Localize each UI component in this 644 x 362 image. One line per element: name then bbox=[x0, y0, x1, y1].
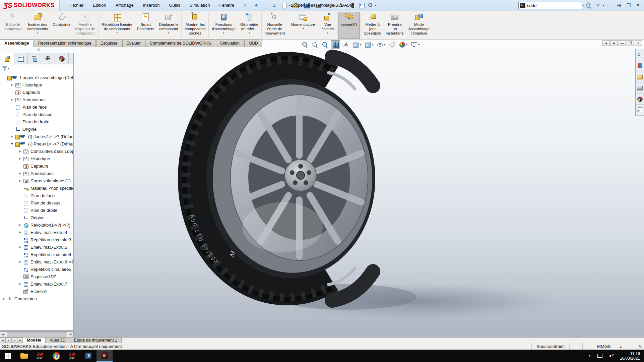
expand-arrow-icon[interactable]: ▶ bbox=[2, 297, 6, 300]
expand-arrow-icon[interactable]: ▶ bbox=[18, 149, 22, 153]
tree-item[interactable]: Origine bbox=[0, 125, 73, 133]
minimize-document-icon[interactable]: — bbox=[619, 40, 626, 46]
collapse-arrow-icon[interactable]: ▼ bbox=[10, 142, 14, 145]
tree-item[interactable]: ▶Enlèv. mat.-Extru.7 bbox=[0, 280, 73, 288]
zoom-to-area-button[interactable] bbox=[311, 41, 319, 49]
home-button[interactable] bbox=[271, 2, 279, 9]
tree-item[interactable]: Echelle1 bbox=[0, 288, 73, 295]
insert-components-dropdown-icon[interactable]: ▾ bbox=[37, 32, 38, 35]
tree-item[interactable]: Esquisse3D7 bbox=[0, 273, 73, 280]
featuremanager-tab[interactable] bbox=[0, 53, 14, 64]
options-list-button[interactable] bbox=[358, 2, 365, 9]
span-displays-icon[interactable]: ⊞ bbox=[615, 3, 624, 8]
custom-properties-tab[interactable] bbox=[636, 105, 644, 116]
units-selector[interactable]: MMGS ▴ bbox=[582, 343, 636, 350]
menu-item--[interactable]: ? bbox=[239, 0, 251, 11]
network-icon[interactable] bbox=[597, 353, 603, 359]
tree-item[interactable]: Looper ré-assemblage (Défaut<E bbox=[0, 74, 73, 81]
menu-item-affichage[interactable]: Affichage bbox=[111, 0, 138, 11]
expand-arrow-icon[interactable]: ▶ bbox=[18, 172, 22, 175]
tab-nav-1[interactable]: ⏴ bbox=[6, 338, 11, 343]
reference-geometry-dropdown-icon[interactable]: ▾ bbox=[249, 32, 250, 35]
exploded-view-dropdown-icon[interactable]: ▾ bbox=[327, 32, 328, 35]
assembly-features-dropdown-icon[interactable]: ▾ bbox=[223, 32, 224, 35]
dimxpertmanager-tab[interactable] bbox=[41, 53, 55, 64]
tree-item[interactable]: ▶Corps volumiques(1) bbox=[0, 177, 73, 184]
close-icon[interactable]: × bbox=[634, 2, 642, 9]
restore-document-icon[interactable]: ❐ bbox=[627, 40, 634, 46]
expand-arrow-icon[interactable]: ▶ bbox=[18, 260, 22, 263]
solidworks-2019-button[interactable] bbox=[32, 350, 48, 362]
tree-item[interactable]: ▶(f) Jante<1> ->? (Défaut<<D bbox=[0, 133, 73, 140]
configurationmanager-tab[interactable] bbox=[28, 53, 42, 64]
display-style-dropdown-icon[interactable]: ▾ bbox=[372, 43, 373, 46]
tab-simulation[interactable]: Simulation bbox=[216, 40, 244, 47]
ribbon-button-show-hidden-components[interactable]: Montrer les composants cachés bbox=[182, 12, 208, 39]
tab-nav-2[interactable]: ⏵ bbox=[11, 338, 17, 343]
close-document-icon[interactable]: × bbox=[635, 40, 642, 46]
new-document-dropdown-icon[interactable]: ▾ bbox=[288, 4, 290, 7]
minimize-icon[interactable]: — bbox=[605, 3, 614, 8]
view-orientation-dropdown-icon[interactable]: ▾ bbox=[360, 43, 361, 46]
tree-item[interactable]: Répétition circulaire5 bbox=[0, 265, 73, 273]
view-palette-tab[interactable] bbox=[636, 82, 644, 94]
ribbon-button-assembly-features[interactable]: Fonctions d'assemblage▾ bbox=[209, 12, 238, 39]
menu-item-fichier[interactable]: Fichier bbox=[66, 0, 88, 11]
tree-item[interactable]: Capteurs bbox=[0, 88, 73, 96]
expand-arrow-icon[interactable]: ▶ bbox=[10, 98, 14, 101]
tree-item[interactable]: Plan de dessus bbox=[0, 111, 73, 118]
linear-component-pattern-dropdown-icon[interactable]: ▾ bbox=[116, 32, 118, 35]
open-dropdown-icon[interactable]: ▾ bbox=[300, 4, 301, 7]
solidworks-document-button[interactable] bbox=[80, 350, 96, 362]
solidworks-2019-button-2[interactable] bbox=[64, 350, 80, 362]
tree-item[interactable]: ▶Annotations bbox=[0, 170, 73, 177]
ribbon-button-smart-fasteners[interactable]: Smart Fasteners bbox=[135, 12, 156, 39]
help-dropdown-icon[interactable]: ▾ bbox=[603, 4, 604, 7]
tab-esquisse[interactable]: Esquisse bbox=[96, 40, 122, 47]
settings-gear-button[interactable] bbox=[367, 2, 374, 9]
scroll-right-icon[interactable]: ▶ bbox=[68, 332, 73, 337]
tree-item[interactable]: ▶Contraintes dans Looper ré-a bbox=[0, 147, 73, 155]
ribbon-button-take-snapshot[interactable]: Prendre un instantané bbox=[384, 12, 406, 39]
tree-item[interactable]: ▶Historique bbox=[0, 155, 73, 162]
ribbon-button-large-assembly-mode[interactable]: Mode Assemblage complexe bbox=[406, 12, 432, 39]
tab-evaluer[interactable]: Evaluer bbox=[122, 40, 145, 47]
help-icon[interactable]: ? bbox=[593, 3, 602, 8]
tree-item[interactable]: Plan de droite bbox=[0, 118, 73, 125]
save-dropdown-icon[interactable]: ▾ bbox=[311, 4, 313, 7]
print-dropdown-icon[interactable]: ▾ bbox=[323, 4, 324, 7]
menu-item-outils[interactable]: Outils bbox=[165, 0, 185, 11]
display-style-button[interactable]: ▾ bbox=[364, 41, 374, 49]
file-explorer-tab[interactable] bbox=[636, 71, 644, 82]
doc-tab-mod-le[interactable]: Modèle bbox=[23, 338, 46, 343]
displaymanager-tab[interactable] bbox=[55, 53, 69, 64]
clock[interactable]: 11:16 16/03/2021 bbox=[620, 351, 640, 361]
previous-document-icon[interactable]: ◄ bbox=[602, 40, 610, 46]
menu-item-fen-tre[interactable]: Fenêtre bbox=[215, 0, 239, 11]
tree-item[interactable]: Origine bbox=[0, 214, 73, 221]
bill-of-materials-dropdown-icon[interactable]: ▾ bbox=[303, 27, 304, 30]
print-button[interactable] bbox=[314, 2, 322, 9]
view-settings-button[interactable]: ▾ bbox=[410, 41, 421, 49]
view-settings-dropdown-icon[interactable]: ▾ bbox=[418, 43, 420, 46]
ribbon-button-instant3d[interactable]: Instant3D bbox=[338, 12, 360, 39]
ribbon-button-exploded-view[interactable]: Vue éclatée▾ bbox=[319, 12, 336, 39]
expand-arrow-icon[interactable]: ▶ bbox=[18, 245, 22, 249]
ribbon-button-new-motion-study[interactable]: Nouvelle étude de mouvement bbox=[262, 12, 287, 39]
doc-tab-etude-de-mouvement-1[interactable]: Etude de mouvement 1 bbox=[70, 338, 122, 343]
file-explorer-button[interactable] bbox=[16, 350, 32, 362]
apply-scene-button[interactable]: ▾ bbox=[398, 41, 408, 49]
panel-splitter-handle[interactable] bbox=[37, 48, 40, 51]
expand-arrow-icon[interactable]: ▶ bbox=[18, 231, 22, 234]
start-button[interactable] bbox=[0, 350, 16, 362]
ribbon-button-linear-component-pattern[interactable]: Répétition linéaire de composants▾ bbox=[99, 12, 135, 39]
ribbon-button-update-speedpak[interactable]: Mettre à jour Speedpak bbox=[362, 12, 384, 39]
graphics-area[interactable]: ▾▾▾▾▾ bbox=[0, 40, 644, 337]
solidworks-resources-tab[interactable] bbox=[636, 49, 644, 60]
scrollbar-thumb[interactable] bbox=[7, 332, 67, 337]
save-button[interactable] bbox=[303, 2, 310, 9]
tree-item[interactable]: ▶Annotations bbox=[0, 96, 73, 103]
tree-item[interactable]: ▶Enlèv. mat.-Extru.5 bbox=[0, 243, 73, 251]
solidworks-active-button[interactable] bbox=[96, 350, 113, 362]
ribbon-button-mate[interactable]: Contrainte bbox=[50, 12, 73, 39]
